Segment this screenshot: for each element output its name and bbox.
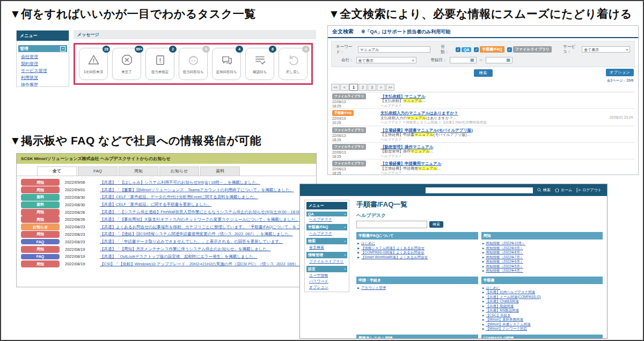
task-card-awaiting-confirm[interactable]: 6 確認待ち xyxy=(245,48,274,80)
category-item[interactable]: ▶ はじめに xyxy=(482,286,603,291)
sidebar-section-header[interactable]: 設定 ▪ xyxy=(306,266,347,272)
result-title-link[interactable]: 【立替経費】申請費用マニュアル xyxy=(380,161,635,166)
task-card-awaiting-assignee[interactable]: 0 担当回答待ち xyxy=(179,48,208,80)
result-title-link[interactable]: 【立替経費】申請書マニュアル(モバイルアプリ版) xyxy=(380,128,635,133)
sidebar-section-header[interactable]: 手順書/FAQ ▪ xyxy=(306,224,347,230)
board-tab[interactable]: FAQ xyxy=(78,166,118,176)
page-button[interactable]: 1 xyxy=(349,84,358,91)
sidebar-link[interactable]: ヘルプデスク xyxy=(306,230,347,236)
board-post-link[interactable]: 【共通】「OutLookデスクトップ版の設定後、起動時にエラー発生」を掲載しまし… xyxy=(100,254,312,259)
page-button[interactable]: > xyxy=(377,84,385,91)
category-item[interactable]: ▶ 【COMPASS-G関連】よくあるお問合せ xyxy=(357,250,478,255)
topbar-home[interactable]: ホーム xyxy=(554,187,572,193)
board-tab[interactable]: 資料 xyxy=(200,166,240,176)
result-title-link[interactable]: 【勤怠管理】操作マニュアル xyxy=(380,144,635,149)
board-post-link[interactable]: 【共通】CELF「案件総括」に関する手順書を更新しました。 xyxy=(100,202,312,207)
category-item[interactable]: ▶ 周知情報（2022年6月） xyxy=(482,259,603,264)
task-card-awaiting-additional[interactable]: 4 追加回答待ち xyxy=(212,48,241,80)
board-post-link[interactable]: 【共通】「【システム停止連絡】FireWall装置入替作業にともなうシステム停止… xyxy=(100,209,312,215)
sidebar-link[interactable]: オプション xyxy=(306,284,347,290)
company-select[interactable]: 全て表示 ▾ xyxy=(356,57,416,63)
category-item[interactable]: ▶ 【CSC】手続き xyxy=(482,313,603,318)
category-item[interactable]: ▶ 【共通】MS製品関連 xyxy=(482,308,603,313)
category-item[interactable]: ▶ 【共通】Chat&S関連 xyxy=(482,299,603,304)
date-from-input[interactable]: ▦ xyxy=(450,57,477,63)
category-item[interactable]: ▶ 周知情報（2022年9月） xyxy=(482,246,603,251)
sidebar-section-header[interactable]: QA ▪ xyxy=(306,212,347,216)
category-item-link[interactable]: 周知情報（2022年7月） xyxy=(486,255,523,260)
category-item[interactable]: ▶ 周知情報（2022年10月） xyxy=(482,241,603,246)
board-post-link[interactable]: 【共通】「【重要】旧Minoriソリューションズ Teamsアカウントの利用終了… xyxy=(100,187,312,193)
sidebar-section-header[interactable]: 検索 ▪ xyxy=(306,238,347,244)
board-post-link[interactable]: 【共通】よくあるお問合せの記事場所を移動、カテゴリごとに整理しています。「手順書… xyxy=(100,224,312,230)
board-post-link[interactable]: 【共通】CELF「案件総括」データの外付け分析用Excelに関する資料を掲載しま… xyxy=(100,194,312,200)
checkbox-checked-icon[interactable]: ✓ xyxy=(507,47,512,52)
page-button[interactable]: >> xyxy=(386,84,394,91)
result-title-link[interactable]: 支払依頼入力のマニュアルはありますか？ xyxy=(380,111,635,115)
category-item[interactable]: ▶ 周知情報（2022年4月） xyxy=(482,269,603,273)
sidebar-menu-link[interactable]: サービス管理 xyxy=(17,67,69,74)
category-item-link[interactable]: 周知情報（2022年6月） xyxy=(486,259,523,264)
global-search-input[interactable] xyxy=(426,187,533,193)
category-item-link[interactable]: 【共通】メール関連(COMPASS-G) xyxy=(486,295,540,300)
checkbox-checked-icon[interactable]: ✓ xyxy=(456,47,460,52)
category-item-link[interactable]: 【Minori】基幹業務関連 xyxy=(486,317,523,322)
board-post-link[interactable]: 【共通】「【連絡】旧CSI情報システム関連申請書運用変更の件（情シス_2022_… xyxy=(100,231,312,237)
sidebar-menu-link[interactable]: 操作履歴 xyxy=(17,81,69,87)
task-card-first-answer[interactable]: 28 1次回答未済 xyxy=(79,48,108,80)
faq-search-input[interactable] xyxy=(356,221,427,228)
board-tab[interactable]: お知らせ xyxy=(159,166,199,176)
calendar-icon[interactable]: ▦ xyxy=(506,58,510,62)
sidebar-menu-link[interactable]: 会社管理 xyxy=(17,53,69,60)
category-item[interactable]: ▶ 周知情報（2022年7月） xyxy=(482,255,603,260)
category-item[interactable]: ▶ 【共通】メール関連(COMPASS-G) xyxy=(482,295,603,300)
category-item-link[interactable]: 周知情報（2022年8月） xyxy=(486,250,523,255)
sidebar-link[interactable]: ユーザ情報 xyxy=(306,272,347,278)
date-to-input[interactable]: ▦ xyxy=(486,57,513,63)
category-item-link[interactable]: 【COMPASS-G関連】よくあるお問合せ xyxy=(361,250,425,255)
calendar-icon[interactable]: ▦ xyxy=(470,58,474,62)
category-item[interactable]: ▶ 【情報システム関連】よくあるお問合せ xyxy=(357,246,478,251)
board-post-link[interactable]: 【CSI】「【依頼】Windows10 アップグレード 20H2⇒21H2の実施… xyxy=(100,262,312,267)
sidebar-link[interactable]: ヘルプデスク xyxy=(306,216,347,222)
category-item[interactable]: ▶ 【共通】社内ヘルプデスク関連 xyxy=(482,290,603,295)
result-title-link[interactable]: 【支払依頼】マニュアル xyxy=(380,94,635,99)
topbar-logout[interactable]: ログアウト xyxy=(576,187,602,193)
task-card-incomplete[interactable]: 99+ 未完了 xyxy=(112,48,141,80)
task-card-returned[interactable]: 0 差し戻し xyxy=(279,48,308,80)
sidebar-link[interactable]: 全文検索 xyxy=(306,244,347,250)
category-item-link[interactable]: 周知情報（2022年10月） xyxy=(486,241,525,246)
category-item-link[interactable]: 周知情報（2022年9月） xyxy=(486,246,523,251)
board-tab[interactable]: 全て xyxy=(37,166,77,176)
category-item[interactable]: ▶ 【Minori】共通システム関連 xyxy=(482,322,603,327)
category-item-link[interactable]: 【共通】社内ヘルプデスク関連 xyxy=(486,290,535,295)
task-card-unassigned[interactable]: 2 担当未指定 xyxy=(145,48,174,80)
category-item[interactable]: ▶ 【Smart Workflow関連】よくあるお問合せ xyxy=(357,255,478,260)
page-button[interactable]: 2 xyxy=(358,84,367,91)
category-item-link[interactable]: 【共通】Chat&S関連 xyxy=(486,299,518,304)
sidebar-section-header[interactable]: 情報管理 ▪ xyxy=(306,252,347,258)
category-item[interactable]: ▶ 周知情報（2022年8月） xyxy=(482,250,603,255)
page-button[interactable]: < xyxy=(340,84,349,91)
category-item[interactable]: ▶ はじめに xyxy=(357,241,478,246)
board-post-link[interactable]: 【共通】「【周知】月次メンテナンス作業に伴うシステム停止のお知らせ」を掲載しまし… xyxy=(100,246,312,252)
category-item[interactable]: ▶ 【Minori】基幹業務関連 xyxy=(482,317,603,322)
category-item-link[interactable]: 【情報システム関連】よくあるお問合せ xyxy=(361,246,425,251)
category-item-link[interactable]: アカウント管理 xyxy=(361,286,386,291)
board-post-link[interactable]: 【共通】「【はしゅみ】システム利用不可のお知らせ9/9(金) 16時～」を掲載し… xyxy=(100,180,312,185)
page-button[interactable]: << xyxy=(331,84,340,91)
menu-section-admin[interactable]: 管理 − xyxy=(18,45,67,52)
sidebar-link[interactable]: ファイルライブラリ xyxy=(306,258,347,264)
board-post-link[interactable]: 【共通】「「申請書データ取り込みできませんでした。」と表示される」の回答を更新し… xyxy=(100,239,312,244)
sidebar-menu-link[interactable]: 利用状況 xyxy=(17,74,69,81)
category-item-link[interactable]: 【共通】MS製品関連 xyxy=(486,308,519,313)
category-item-link[interactable]: 【Smart Workflow関連】よくあるお問合せ xyxy=(361,255,428,260)
category-item-link[interactable]: 周知情報（2022年4月） xyxy=(486,269,523,273)
category-item[interactable]: ▶ 【Minori】テレワーク対応 xyxy=(482,327,603,331)
page-button[interactable]: 3 xyxy=(368,84,376,91)
category-item[interactable]: ▶ 周知情報（2022年5月） xyxy=(482,264,603,269)
board-tab[interactable]: 周知 xyxy=(119,166,158,176)
category-item[interactable]: ▶ アカウント管理 xyxy=(357,286,478,291)
keyword-input[interactable]: マニュアル xyxy=(358,46,430,53)
checkbox-checked-icon[interactable]: ✓ xyxy=(474,47,479,52)
